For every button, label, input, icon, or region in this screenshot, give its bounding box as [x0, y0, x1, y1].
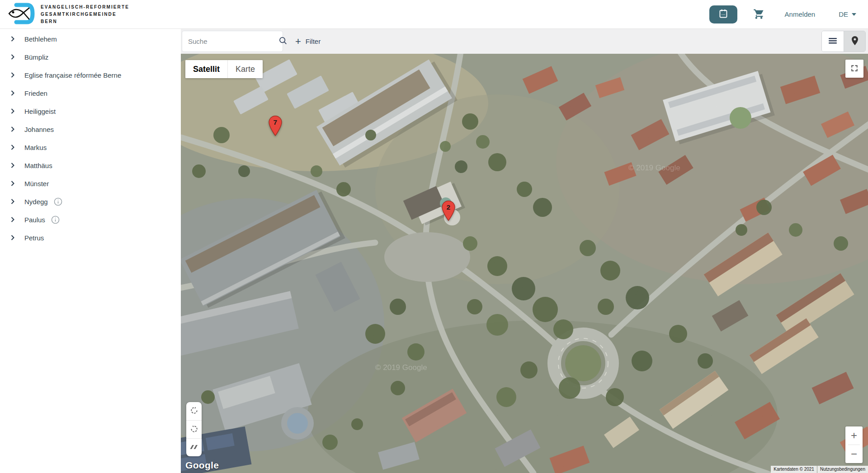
search-toolbar: + Filter	[181, 29, 868, 54]
rotate-tilt-control	[186, 402, 202, 456]
sidebar-item-label: Nydegg	[24, 198, 48, 206]
sidebar-item-label: Petrus	[24, 234, 44, 242]
google-logo[interactable]: Google	[185, 460, 219, 471]
marker-count: 7	[274, 118, 278, 126]
chevron-right-icon	[8, 197, 17, 206]
sidebar-item-buempliz[interactable]: Bümpliz	[0, 48, 181, 66]
satellite-map-image[interactable]: © 2019 Google © 2019 Google	[181, 54, 868, 473]
sidebar-item-label: Münster	[24, 180, 49, 187]
parish-sidebar: Bethlehem Bümpliz Eglise française réfor…	[0, 29, 181, 473]
rotate-counterclockwise-button[interactable]	[186, 420, 202, 438]
chevron-right-icon	[8, 179, 17, 188]
map-type-control: Satellit Karte	[185, 60, 263, 78]
filter-button[interactable]: + Filter	[295, 37, 321, 47]
marker-count: 2	[447, 203, 451, 211]
zoom-out-button[interactable]: −	[845, 445, 863, 463]
calendar-icon	[718, 8, 729, 20]
sidebar-item-johannes[interactable]: Johannes	[0, 120, 181, 138]
app-header: EVANGELISCH-REFORMIERTE GESAMTKIRCHGEMEI…	[0, 0, 868, 29]
calendar-button[interactable]	[709, 5, 737, 23]
sidebar-item-label: Markus	[24, 144, 47, 151]
sidebar-item-markus[interactable]: Markus	[0, 138, 181, 156]
fullscreen-icon	[850, 64, 859, 74]
sidebar-item-label: Bethlehem	[24, 35, 57, 43]
shopping-cart-icon	[753, 8, 765, 21]
sidebar-item-label: Matthäus	[24, 162, 52, 169]
fullscreen-button[interactable]	[845, 60, 863, 78]
sidebar-item-frieden[interactable]: Frieden	[0, 84, 181, 102]
language-label: DE	[839, 10, 848, 18]
map-marker-cluster-2[interactable]: 2	[442, 200, 456, 221]
view-toggle-group	[821, 31, 866, 52]
chevron-right-icon	[8, 52, 17, 61]
map-attribution: Kartendaten © 2021 Nutzungsbedingungen	[771, 466, 868, 473]
sidebar-item-heiliggeist[interactable]: Heiliggeist	[0, 102, 181, 120]
rotate-clockwise-button[interactable]	[186, 402, 202, 420]
sidebar-item-label: Johannes	[24, 126, 54, 133]
chevron-right-icon	[8, 70, 17, 80]
sidebar-item-label: Paulus	[24, 216, 45, 224]
terms-of-use-link[interactable]: Nutzungsbedingungen	[817, 466, 868, 473]
sidebar-item-petrus[interactable]: Petrus	[0, 229, 181, 247]
list-view-button[interactable]	[822, 31, 844, 52]
chevron-right-icon	[8, 215, 17, 224]
login-link[interactable]: Anmelden	[785, 10, 816, 18]
brand-logo-link[interactable]: EVANGELISCH-REFORMIERTE GESAMTKIRCHGEMEI…	[6, 2, 129, 27]
zoom-control: + −	[845, 426, 863, 463]
info-icon[interactable]	[51, 215, 60, 225]
shopping-cart-button[interactable]	[753, 8, 765, 21]
content-pane: + Filter	[181, 29, 868, 473]
map-view-icon	[849, 35, 860, 47]
list-view-icon	[827, 35, 838, 47]
chevron-down-icon	[852, 13, 856, 16]
tilt-view-icon	[189, 443, 198, 452]
sidebar-item-label: Eglise française réformée Berne	[24, 71, 121, 79]
chevron-right-icon	[8, 89, 17, 98]
satellite-tab[interactable]: Satellit	[185, 60, 228, 78]
search-icon[interactable]	[278, 36, 288, 47]
zoom-in-button[interactable]: +	[845, 426, 863, 445]
info-icon[interactable]	[53, 197, 63, 206]
map-copyright: Kartendaten © 2021	[771, 466, 817, 473]
rotate-clockwise-icon	[190, 406, 198, 416]
rotate-counterclockwise-icon	[190, 425, 198, 435]
language-selector[interactable]: DE	[839, 10, 856, 18]
search-box	[182, 31, 283, 52]
sidebar-item-paulus[interactable]: Paulus	[0, 211, 181, 229]
sidebar-item-label: Frieden	[24, 89, 47, 97]
sidebar-item-matthaeus[interactable]: Matthäus	[0, 156, 181, 174]
chevron-right-icon	[8, 125, 17, 134]
sidebar-item-nydegg[interactable]: Nydegg	[0, 192, 181, 211]
chevron-right-icon	[8, 233, 17, 242]
chevron-right-icon	[8, 161, 17, 170]
sidebar-item-label: Heiliggeist	[24, 108, 56, 115]
plus-icon: +	[295, 37, 301, 47]
sidebar-item-eglise-francaise[interactable]: Eglise française réformée Berne	[0, 66, 181, 84]
chevron-right-icon	[8, 143, 17, 152]
tilt-view-button[interactable]	[186, 438, 202, 456]
map-view-button[interactable]	[844, 31, 865, 52]
sidebar-item-label: Bümpliz	[24, 53, 48, 61]
chevron-right-icon	[8, 34, 17, 43]
filter-label: Filter	[306, 37, 321, 45]
map-container: © 2019 Google © 2019 Google Satellit Kar…	[181, 54, 868, 473]
chevron-right-icon	[8, 107, 17, 116]
fish-logo-icon	[6, 2, 36, 27]
map-marker-cluster-7[interactable]: 7	[269, 115, 283, 136]
sidebar-item-bethlehem[interactable]: Bethlehem	[0, 30, 181, 48]
brand-name: EVANGELISCH-REFORMIERTE GESAMTKIRCHGEMEI…	[41, 4, 129, 25]
sidebar-item-muenster[interactable]: Münster	[0, 174, 181, 192]
search-input[interactable]	[188, 37, 278, 45]
map-tab[interactable]: Karte	[228, 60, 263, 78]
